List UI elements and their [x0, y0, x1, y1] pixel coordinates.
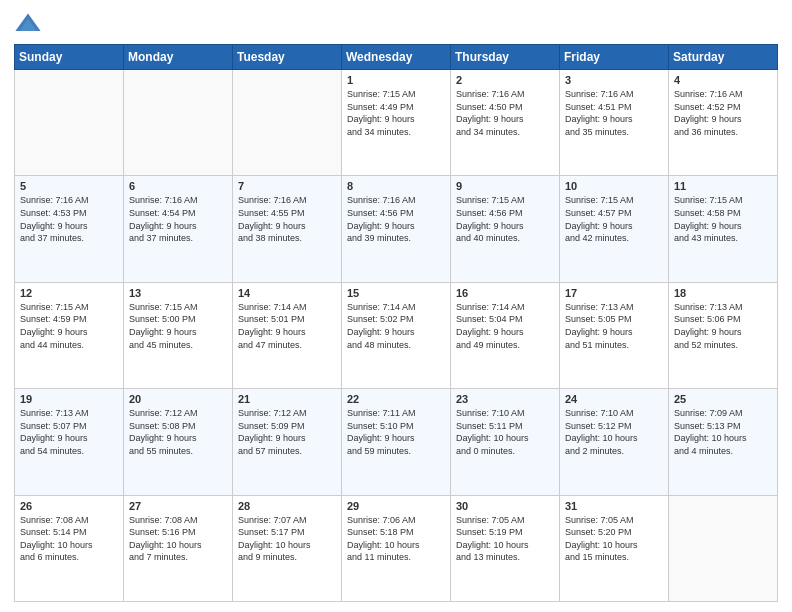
- calendar-row-4: 19Sunrise: 7:13 AM Sunset: 5:07 PM Dayli…: [15, 389, 778, 495]
- calendar-cell: 1Sunrise: 7:15 AM Sunset: 4:49 PM Daylig…: [342, 70, 451, 176]
- calendar-cell: 31Sunrise: 7:05 AM Sunset: 5:20 PM Dayli…: [560, 495, 669, 601]
- day-number: 5: [20, 180, 118, 192]
- day-number: 22: [347, 393, 445, 405]
- calendar-cell: 24Sunrise: 7:10 AM Sunset: 5:12 PM Dayli…: [560, 389, 669, 495]
- day-info: Sunrise: 7:13 AM Sunset: 5:06 PM Dayligh…: [674, 301, 772, 351]
- calendar-cell: [124, 70, 233, 176]
- day-number: 12: [20, 287, 118, 299]
- logo-icon: [14, 10, 42, 38]
- calendar-cell: 15Sunrise: 7:14 AM Sunset: 5:02 PM Dayli…: [342, 282, 451, 388]
- calendar-row-5: 26Sunrise: 7:08 AM Sunset: 5:14 PM Dayli…: [15, 495, 778, 601]
- day-number: 14: [238, 287, 336, 299]
- day-info: Sunrise: 7:16 AM Sunset: 4:51 PM Dayligh…: [565, 88, 663, 138]
- calendar-table: SundayMondayTuesdayWednesdayThursdayFrid…: [14, 44, 778, 602]
- calendar-cell: 27Sunrise: 7:08 AM Sunset: 5:16 PM Dayli…: [124, 495, 233, 601]
- calendar-cell: [15, 70, 124, 176]
- weekday-header-sunday: Sunday: [15, 45, 124, 70]
- day-number: 7: [238, 180, 336, 192]
- day-info: Sunrise: 7:05 AM Sunset: 5:20 PM Dayligh…: [565, 514, 663, 564]
- day-info: Sunrise: 7:10 AM Sunset: 5:12 PM Dayligh…: [565, 407, 663, 457]
- page: SundayMondayTuesdayWednesdayThursdayFrid…: [0, 0, 792, 612]
- day-number: 11: [674, 180, 772, 192]
- day-info: Sunrise: 7:12 AM Sunset: 5:09 PM Dayligh…: [238, 407, 336, 457]
- day-info: Sunrise: 7:09 AM Sunset: 5:13 PM Dayligh…: [674, 407, 772, 457]
- calendar-cell: 13Sunrise: 7:15 AM Sunset: 5:00 PM Dayli…: [124, 282, 233, 388]
- calendar-cell: 17Sunrise: 7:13 AM Sunset: 5:05 PM Dayli…: [560, 282, 669, 388]
- header: [14, 10, 778, 38]
- day-info: Sunrise: 7:05 AM Sunset: 5:19 PM Dayligh…: [456, 514, 554, 564]
- calendar-cell: 9Sunrise: 7:15 AM Sunset: 4:56 PM Daylig…: [451, 176, 560, 282]
- calendar-cell: 5Sunrise: 7:16 AM Sunset: 4:53 PM Daylig…: [15, 176, 124, 282]
- calendar-cell: 3Sunrise: 7:16 AM Sunset: 4:51 PM Daylig…: [560, 70, 669, 176]
- calendar-cell: 19Sunrise: 7:13 AM Sunset: 5:07 PM Dayli…: [15, 389, 124, 495]
- day-number: 9: [456, 180, 554, 192]
- weekday-header-row: SundayMondayTuesdayWednesdayThursdayFrid…: [15, 45, 778, 70]
- calendar-cell: 28Sunrise: 7:07 AM Sunset: 5:17 PM Dayli…: [233, 495, 342, 601]
- calendar-cell: [233, 70, 342, 176]
- weekday-header-monday: Monday: [124, 45, 233, 70]
- weekday-header-tuesday: Tuesday: [233, 45, 342, 70]
- day-number: 3: [565, 74, 663, 86]
- calendar-row-3: 12Sunrise: 7:15 AM Sunset: 4:59 PM Dayli…: [15, 282, 778, 388]
- calendar-cell: 16Sunrise: 7:14 AM Sunset: 5:04 PM Dayli…: [451, 282, 560, 388]
- day-info: Sunrise: 7:08 AM Sunset: 5:14 PM Dayligh…: [20, 514, 118, 564]
- day-number: 21: [238, 393, 336, 405]
- day-info: Sunrise: 7:12 AM Sunset: 5:08 PM Dayligh…: [129, 407, 227, 457]
- calendar-cell: [669, 495, 778, 601]
- day-number: 18: [674, 287, 772, 299]
- day-info: Sunrise: 7:06 AM Sunset: 5:18 PM Dayligh…: [347, 514, 445, 564]
- day-info: Sunrise: 7:10 AM Sunset: 5:11 PM Dayligh…: [456, 407, 554, 457]
- day-info: Sunrise: 7:16 AM Sunset: 4:50 PM Dayligh…: [456, 88, 554, 138]
- calendar-row-2: 5Sunrise: 7:16 AM Sunset: 4:53 PM Daylig…: [15, 176, 778, 282]
- logo: [14, 10, 46, 38]
- weekday-header-thursday: Thursday: [451, 45, 560, 70]
- day-number: 24: [565, 393, 663, 405]
- day-number: 15: [347, 287, 445, 299]
- calendar-cell: 10Sunrise: 7:15 AM Sunset: 4:57 PM Dayli…: [560, 176, 669, 282]
- day-info: Sunrise: 7:14 AM Sunset: 5:02 PM Dayligh…: [347, 301, 445, 351]
- day-number: 28: [238, 500, 336, 512]
- weekday-header-saturday: Saturday: [669, 45, 778, 70]
- calendar-cell: 12Sunrise: 7:15 AM Sunset: 4:59 PM Dayli…: [15, 282, 124, 388]
- day-info: Sunrise: 7:15 AM Sunset: 4:57 PM Dayligh…: [565, 194, 663, 244]
- day-number: 23: [456, 393, 554, 405]
- day-info: Sunrise: 7:15 AM Sunset: 4:56 PM Dayligh…: [456, 194, 554, 244]
- calendar-cell: 22Sunrise: 7:11 AM Sunset: 5:10 PM Dayli…: [342, 389, 451, 495]
- day-info: Sunrise: 7:13 AM Sunset: 5:05 PM Dayligh…: [565, 301, 663, 351]
- calendar-cell: 25Sunrise: 7:09 AM Sunset: 5:13 PM Dayli…: [669, 389, 778, 495]
- day-info: Sunrise: 7:15 AM Sunset: 4:49 PM Dayligh…: [347, 88, 445, 138]
- day-number: 16: [456, 287, 554, 299]
- day-number: 6: [129, 180, 227, 192]
- calendar-cell: 30Sunrise: 7:05 AM Sunset: 5:19 PM Dayli…: [451, 495, 560, 601]
- day-info: Sunrise: 7:13 AM Sunset: 5:07 PM Dayligh…: [20, 407, 118, 457]
- day-info: Sunrise: 7:16 AM Sunset: 4:52 PM Dayligh…: [674, 88, 772, 138]
- day-number: 2: [456, 74, 554, 86]
- calendar-cell: 2Sunrise: 7:16 AM Sunset: 4:50 PM Daylig…: [451, 70, 560, 176]
- day-info: Sunrise: 7:11 AM Sunset: 5:10 PM Dayligh…: [347, 407, 445, 457]
- day-info: Sunrise: 7:16 AM Sunset: 4:53 PM Dayligh…: [20, 194, 118, 244]
- weekday-header-friday: Friday: [560, 45, 669, 70]
- calendar-cell: 4Sunrise: 7:16 AM Sunset: 4:52 PM Daylig…: [669, 70, 778, 176]
- calendar-cell: 6Sunrise: 7:16 AM Sunset: 4:54 PM Daylig…: [124, 176, 233, 282]
- day-info: Sunrise: 7:16 AM Sunset: 4:55 PM Dayligh…: [238, 194, 336, 244]
- day-number: 1: [347, 74, 445, 86]
- day-info: Sunrise: 7:14 AM Sunset: 5:04 PM Dayligh…: [456, 301, 554, 351]
- day-number: 20: [129, 393, 227, 405]
- calendar-cell: 23Sunrise: 7:10 AM Sunset: 5:11 PM Dayli…: [451, 389, 560, 495]
- calendar-cell: 21Sunrise: 7:12 AM Sunset: 5:09 PM Dayli…: [233, 389, 342, 495]
- day-info: Sunrise: 7:15 AM Sunset: 4:59 PM Dayligh…: [20, 301, 118, 351]
- calendar-cell: 29Sunrise: 7:06 AM Sunset: 5:18 PM Dayli…: [342, 495, 451, 601]
- day-number: 25: [674, 393, 772, 405]
- day-info: Sunrise: 7:14 AM Sunset: 5:01 PM Dayligh…: [238, 301, 336, 351]
- day-number: 19: [20, 393, 118, 405]
- day-number: 26: [20, 500, 118, 512]
- calendar-cell: 18Sunrise: 7:13 AM Sunset: 5:06 PM Dayli…: [669, 282, 778, 388]
- day-info: Sunrise: 7:16 AM Sunset: 4:54 PM Dayligh…: [129, 194, 227, 244]
- day-info: Sunrise: 7:08 AM Sunset: 5:16 PM Dayligh…: [129, 514, 227, 564]
- day-number: 31: [565, 500, 663, 512]
- day-number: 13: [129, 287, 227, 299]
- day-number: 29: [347, 500, 445, 512]
- calendar-cell: 7Sunrise: 7:16 AM Sunset: 4:55 PM Daylig…: [233, 176, 342, 282]
- calendar-cell: 14Sunrise: 7:14 AM Sunset: 5:01 PM Dayli…: [233, 282, 342, 388]
- calendar-cell: 20Sunrise: 7:12 AM Sunset: 5:08 PM Dayli…: [124, 389, 233, 495]
